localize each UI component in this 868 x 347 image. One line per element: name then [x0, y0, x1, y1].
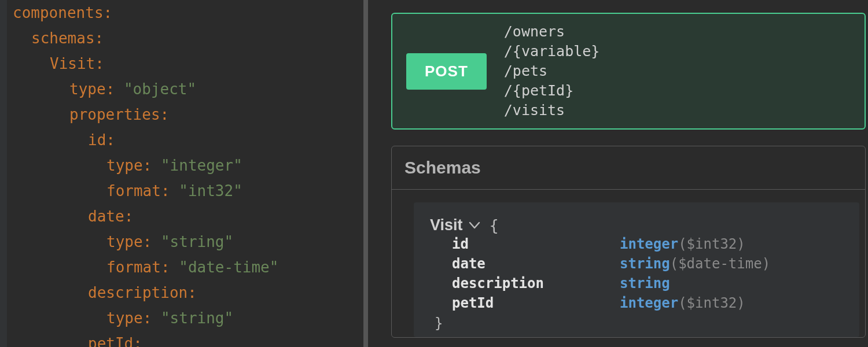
schema-title-row[interactable]: Visit { [430, 216, 843, 234]
path-segment: /owners [504, 22, 600, 42]
editor-gutter [0, 0, 7, 347]
code-line[interactable]: type: "string" [7, 229, 363, 254]
http-method-badge: POST [406, 53, 487, 90]
property-type: integer [620, 293, 678, 313]
code-line[interactable]: type: "string" [7, 305, 363, 331]
code-line[interactable]: Visit: [7, 51, 363, 76]
code-line[interactable]: petId: [7, 331, 363, 347]
property-name: id [452, 234, 620, 254]
schema-name: Visit [430, 216, 463, 234]
schemas-header[interactable]: Schemas [392, 146, 865, 190]
property-name: description [452, 274, 620, 293]
property-format: ($int32) [678, 234, 745, 254]
path-segment: /visits [504, 101, 600, 120]
schema-property-row: idinteger($int32) [452, 234, 843, 254]
property-format: ($date-time) [670, 254, 770, 274]
code-line[interactable]: format: "date-time" [7, 254, 363, 280]
api-preview-pane: POST /owners/{variable}/pets/{petId}/vis… [368, 0, 868, 347]
code-line[interactable]: description: [7, 280, 363, 305]
path-segment: /{variable} [504, 42, 600, 61]
code-line[interactable]: components: [7, 0, 363, 25]
property-name: petId [452, 293, 620, 313]
schema-block: Visit { idinteger($int32)datestring($dat… [414, 202, 859, 337]
code-line[interactable]: date: [7, 204, 363, 229]
property-type: string [620, 254, 670, 274]
code-line[interactable]: type: "object" [7, 76, 363, 102]
schemas-section: Schemas Visit { idinteger($int32)datestr… [391, 146, 866, 338]
path-segment: /pets [504, 61, 600, 81]
schema-property-row: petIdinteger($int32) [452, 293, 843, 313]
close-brace: } [435, 315, 843, 331]
open-brace: { [490, 216, 499, 234]
code-line[interactable]: format: "int32" [7, 178, 363, 204]
code-line[interactable]: id: [7, 127, 363, 153]
schema-property-row: datestring($date-time) [452, 254, 843, 274]
property-name: date [452, 254, 620, 274]
schema-property-row: descriptionstring [452, 274, 843, 293]
property-type: integer [620, 234, 678, 254]
property-type: string [620, 274, 670, 293]
yaml-editor[interactable]: components:schemas:Visit:type: "object"p… [0, 0, 368, 347]
code-line[interactable]: type: "integer" [7, 153, 363, 178]
path-segment: /{petId} [504, 81, 600, 101]
property-format: ($int32) [678, 293, 745, 313]
endpoint-path: /owners/{variable}/pets/{petId}/visits [504, 22, 600, 120]
chevron-down-icon[interactable] [469, 222, 480, 230]
endpoint-card[interactable]: POST /owners/{variable}/pets/{petId}/vis… [391, 13, 866, 130]
code-line[interactable]: properties: [7, 102, 363, 127]
code-line[interactable]: schemas: [7, 25, 363, 51]
